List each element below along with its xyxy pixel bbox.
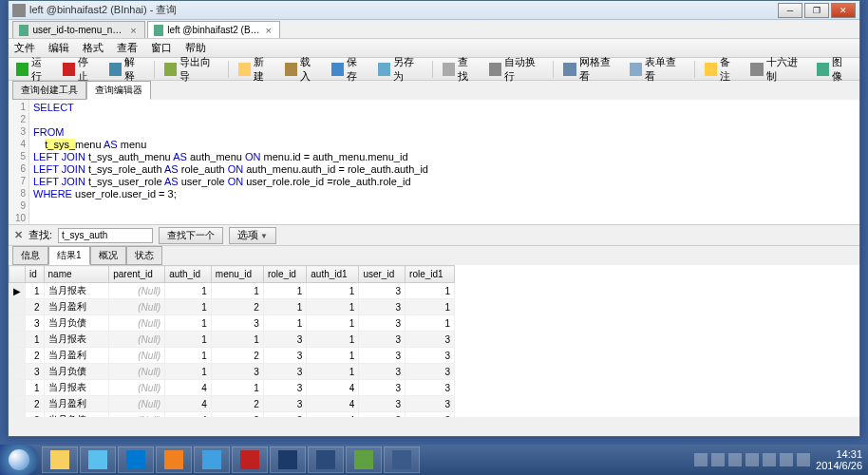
cell[interactable]: 当月盈利 <box>44 348 109 364</box>
cell[interactable]: (Null) <box>109 348 165 364</box>
taskbar-app[interactable] <box>42 446 78 473</box>
result-grid[interactable]: idnameparent_idauth_idmenu_idrole_idauth… <box>9 265 859 417</box>
cell[interactable]: 3 <box>26 315 45 332</box>
cell[interactable]: 当月负债 <box>44 315 109 332</box>
cell[interactable]: 当月报表 <box>44 283 109 299</box>
cell[interactable]: 1 <box>211 380 263 396</box>
cell[interactable]: 3 <box>211 412 263 418</box>
cell[interactable]: 1 <box>307 364 359 380</box>
cell[interactable]: 2 <box>211 348 263 364</box>
cell[interactable]: 3 <box>263 332 306 348</box>
cell[interactable]: 3 <box>359 364 406 380</box>
cell[interactable]: 1 <box>263 315 306 332</box>
column-header[interactable]: auth_id <box>165 266 212 283</box>
cell[interactable]: 1 <box>406 283 455 299</box>
cell[interactable]: 当月盈利 <box>44 396 109 412</box>
table-row[interactable]: 1当月报表(Null)413433 <box>9 380 455 396</box>
cell[interactable]: 1 <box>263 283 306 299</box>
toolbar-网格查看[interactable]: 网格查看 <box>559 53 622 86</box>
cell[interactable]: 3 <box>359 332 406 348</box>
cell[interactable]: 1 <box>165 283 212 299</box>
cell[interactable]: 1 <box>165 299 212 315</box>
taskbar-app[interactable] <box>384 446 420 473</box>
toolbar-自动换行[interactable]: 自动换行 <box>485 53 548 86</box>
document-tab[interactable]: left @binhaifast2 (BInhai...× <box>147 21 280 38</box>
taskbar-app[interactable] <box>308 446 344 473</box>
cell[interactable]: 2 <box>26 396 45 412</box>
cell[interactable]: 2 <box>211 396 263 412</box>
titlebar[interactable]: left @binhaifast2 (BInhai) - 查询 ─ ❐ ✕ <box>9 1 859 20</box>
cell[interactable]: 2 <box>26 348 45 364</box>
cell[interactable]: 3 <box>406 380 455 396</box>
cell[interactable]: 3 <box>263 364 306 380</box>
column-header[interactable]: menu_id <box>211 266 263 283</box>
code-area[interactable]: SELECT FROM t_sys_menu AS menuLEFT JOIN … <box>29 100 859 224</box>
toolbar-表单查看[interactable]: 表单查看 <box>626 53 689 86</box>
taskbar-app[interactable] <box>118 446 154 473</box>
column-header[interactable]: name <box>44 266 109 283</box>
cell[interactable]: 3 <box>359 283 406 299</box>
cell[interactable]: 3 <box>406 396 455 412</box>
cell[interactable]: 4 <box>307 396 359 412</box>
cell[interactable]: 3 <box>406 364 455 380</box>
maximize-button[interactable]: ❐ <box>804 3 829 18</box>
cell[interactable]: 1 <box>165 348 212 364</box>
taskbar-app[interactable] <box>346 446 382 473</box>
cell[interactable]: 3 <box>263 396 306 412</box>
taskbar-app[interactable] <box>80 446 116 473</box>
toolbar-图像[interactable]: 图像 <box>813 53 856 86</box>
cell[interactable]: 1 <box>165 364 212 380</box>
column-header[interactable]: user_id <box>359 266 406 283</box>
result-tab[interactable]: 状态 <box>126 246 162 265</box>
cell[interactable]: 1 <box>165 332 212 348</box>
cell[interactable]: 3 <box>263 412 306 418</box>
cell[interactable]: 当月负债 <box>44 412 109 418</box>
cell[interactable]: 3 <box>359 396 406 412</box>
cell[interactable]: 4 <box>165 396 212 412</box>
start-button[interactable] <box>0 445 38 475</box>
cell[interactable]: 3 <box>263 380 306 396</box>
toolbar-导出向导[interactable]: 导出向导 <box>160 53 223 86</box>
cell[interactable]: (Null) <box>109 332 165 348</box>
table-row[interactable]: 2当月盈利(Null)423433 <box>9 396 455 412</box>
document-tab[interactable]: user_id-to-menu_name ...× <box>12 21 145 38</box>
tray-icon[interactable] <box>780 453 793 466</box>
table-row[interactable]: 1当月报表(Null)113133 <box>9 332 455 348</box>
cell[interactable]: 1 <box>26 332 45 348</box>
cell[interactable]: 1 <box>26 380 45 396</box>
cell[interactable]: (Null) <box>109 364 165 380</box>
cell[interactable]: 1 <box>406 315 455 332</box>
cell[interactable]: 3 <box>26 412 45 418</box>
cell[interactable]: 3 <box>359 380 406 396</box>
search-options-button[interactable]: 选项▼ <box>229 227 276 244</box>
table-row[interactable]: 2当月盈利(Null)123133 <box>9 348 455 364</box>
cell[interactable]: 3 <box>359 315 406 332</box>
cell[interactable]: 1 <box>211 283 263 299</box>
cell[interactable]: (Null) <box>109 412 165 418</box>
tray-icon[interactable] <box>694 453 708 466</box>
tray-icon[interactable] <box>711 453 725 466</box>
cell[interactable]: 1 <box>307 315 359 332</box>
column-header[interactable]: auth_id1 <box>307 266 359 283</box>
cell[interactable]: 2 <box>26 299 45 315</box>
cell[interactable]: 当月盈利 <box>44 299 109 315</box>
clock[interactable]: 14:31 2014/6/26 <box>816 448 862 471</box>
cell[interactable]: 3 <box>359 299 406 315</box>
search-input[interactable] <box>58 228 153 243</box>
cell[interactable]: 3 <box>211 364 263 380</box>
cell[interactable]: 3 <box>263 348 306 364</box>
cell[interactable]: 3 <box>406 332 455 348</box>
cell[interactable]: 1 <box>26 283 45 299</box>
taskbar-app[interactable] <box>156 446 192 473</box>
toolbar-载入[interactable]: 载入 <box>281 53 324 86</box>
cell[interactable]: 2 <box>211 299 263 315</box>
table-row[interactable]: 3当月负债(Null)133133 <box>9 364 455 380</box>
cell[interactable]: 3 <box>359 412 406 418</box>
cell[interactable]: 4 <box>165 380 212 396</box>
column-header[interactable]: parent_id <box>109 266 165 283</box>
sql-editor[interactable]: 12345678910 SELECT FROM t_sys_menu AS me… <box>9 100 859 225</box>
result-tab[interactable]: 概况 <box>90 246 126 265</box>
table-row[interactable]: 2当月盈利(Null)121131 <box>9 299 455 315</box>
minimize-button[interactable]: ─ <box>778 3 802 18</box>
cell[interactable]: 1 <box>307 283 359 299</box>
